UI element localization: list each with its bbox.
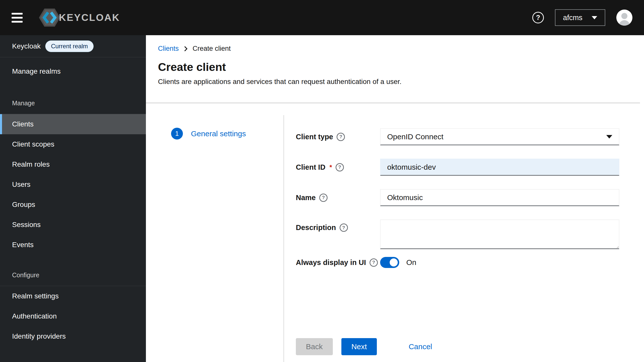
- next-button[interactable]: Next: [341, 338, 377, 355]
- breadcrumb-current: Create client: [193, 45, 231, 53]
- brand-text: KEYCLOAK: [59, 12, 120, 23]
- client-id-label-group: Client ID * ?: [296, 163, 380, 171]
- realm-switcher-value: afcms: [563, 14, 582, 22]
- chevron-down-icon: [606, 135, 612, 139]
- step-label: General settings: [191, 129, 246, 138]
- page-header: Clients Create client Create client Clie…: [146, 35, 644, 86]
- masthead: KEYCLOAK ? afcms: [0, 0, 644, 35]
- sidebar-section-configure: Configure Realm settings Authentication …: [0, 272, 146, 346]
- sidebar-item-realm-roles[interactable]: Realm roles: [0, 154, 146, 174]
- client-type-label: Client type: [296, 133, 333, 141]
- page-subtitle: Clients are applications and services th…: [158, 78, 644, 86]
- chevron-right-icon: [184, 46, 188, 52]
- keycloak-logo: KEYCLOAK: [39, 8, 120, 27]
- sidebar: Keycloak Current realm Manage realms Man…: [0, 35, 146, 362]
- form-row-client-type: Client type ? OpenID Connect: [296, 128, 619, 145]
- client-type-value: OpenID Connect: [387, 132, 443, 141]
- chevron-down-icon: [592, 16, 597, 19]
- breadcrumb: Clients Create client: [158, 45, 644, 53]
- sidebar-item-users[interactable]: Users: [0, 174, 146, 195]
- client-type-help-icon[interactable]: ?: [337, 133, 345, 141]
- name-label-group: Name ?: [296, 194, 380, 202]
- hamburger-icon: [12, 13, 23, 15]
- sidebar-item-authentication[interactable]: Authentication: [0, 306, 146, 326]
- sidebar-item-sessions[interactable]: Sessions: [0, 215, 146, 235]
- nav-toggle-button[interactable]: [12, 12, 26, 24]
- sidebar-item-events[interactable]: Events: [0, 235, 146, 255]
- wizard-step-general-settings[interactable]: 1 General settings: [171, 128, 246, 140]
- name-input[interactable]: [380, 189, 619, 206]
- form-row-name: Name ?: [296, 189, 619, 206]
- realm-header: Keycloak Current realm: [0, 35, 146, 57]
- always-display-help-icon[interactable]: ?: [370, 258, 378, 267]
- client-type-label-group: Client type ?: [296, 133, 380, 141]
- sidebar-item-groups[interactable]: Groups: [0, 195, 146, 215]
- breadcrumb-link-clients[interactable]: Clients: [158, 45, 179, 53]
- toggle-knob: [390, 258, 398, 266]
- sidebar-item-identity-providers[interactable]: Identity providers: [0, 326, 146, 346]
- form-row-client-id: Client ID * ?: [296, 159, 619, 176]
- avatar[interactable]: [616, 10, 632, 26]
- description-label-group: Description ?: [296, 219, 380, 232]
- always-display-label-group: Always display in UI ?: [296, 258, 380, 267]
- section-title-manage: Manage: [0, 100, 146, 114]
- keycloak-hexagon-icon: [39, 8, 60, 27]
- user-icon: [616, 11, 632, 26]
- page-title: Create client: [158, 61, 644, 74]
- wizard-footer: Back Next Cancel: [296, 338, 619, 355]
- name-label: Name: [296, 194, 316, 202]
- sidebar-item-clients[interactable]: Clients: [0, 114, 146, 134]
- name-help-icon[interactable]: ?: [319, 194, 328, 202]
- section-title-configure: Configure: [0, 272, 146, 286]
- sidebar-item-realm-settings[interactable]: Realm settings: [0, 286, 146, 306]
- sidebar-section-manage: Manage Clients Client scopes Realm roles…: [0, 100, 146, 255]
- toggle-state-label: On: [406, 258, 416, 267]
- sidebar-item-manage-realms[interactable]: Manage realms: [0, 61, 146, 81]
- current-realm-badge: Current realm: [45, 40, 94, 52]
- divider: [146, 103, 640, 103]
- cancel-button[interactable]: Cancel: [409, 342, 432, 351]
- always-display-toggle[interactable]: [380, 257, 399, 268]
- client-type-select[interactable]: OpenID Connect: [380, 128, 619, 145]
- always-display-label: Always display in UI: [296, 258, 366, 267]
- help-icon[interactable]: ?: [532, 12, 544, 23]
- client-id-input[interactable]: [380, 159, 619, 176]
- form-row-description: Description ?: [296, 219, 619, 250]
- description-label: Description: [296, 223, 336, 232]
- wizard-divider: [284, 115, 284, 362]
- required-asterisk: *: [330, 163, 332, 171]
- main-content: Clients Create client Create client Clie…: [146, 35, 644, 362]
- client-id-label: Client ID: [296, 163, 326, 171]
- back-button[interactable]: Back: [296, 338, 333, 355]
- form-row-always-display: Always display in UI ? On: [296, 257, 619, 268]
- description-textarea[interactable]: [380, 219, 619, 249]
- step-number-badge: 1: [171, 128, 183, 140]
- sidebar-item-client-scopes[interactable]: Client scopes: [0, 134, 146, 154]
- description-help-icon[interactable]: ?: [340, 223, 348, 232]
- realm-name: Keycloak: [12, 42, 41, 50]
- client-id-help-icon[interactable]: ?: [336, 163, 344, 171]
- realm-switcher-dropdown[interactable]: afcms: [555, 9, 605, 26]
